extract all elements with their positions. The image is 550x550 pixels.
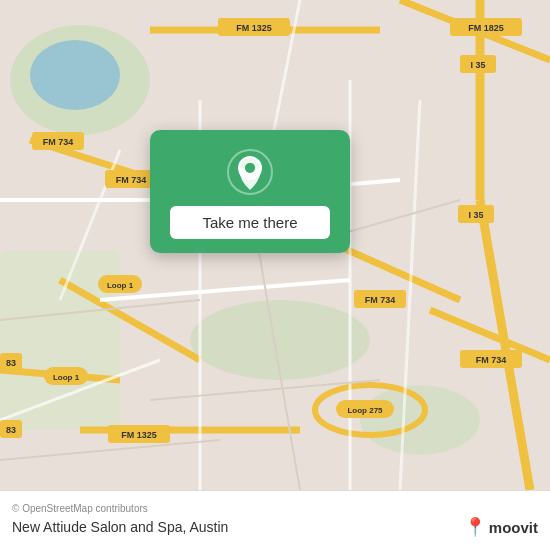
take-me-there-button[interactable]: Take me there	[170, 206, 330, 239]
svg-text:Loop 1: Loop 1	[53, 373, 80, 382]
svg-text:83: 83	[6, 425, 16, 435]
svg-text:83: 83	[6, 358, 16, 368]
svg-text:Loop 275: Loop 275	[347, 406, 383, 415]
location-pin-icon	[226, 148, 274, 196]
moovit-brand-text: moovit	[489, 519, 538, 536]
popup-card: Take me there	[150, 130, 350, 253]
svg-text:FM 734: FM 734	[476, 355, 507, 365]
moovit-logo: 📍 moovit	[464, 516, 538, 538]
svg-text:Loop 1: Loop 1	[107, 281, 134, 290]
svg-text:FM 734: FM 734	[43, 137, 74, 147]
svg-point-3	[190, 300, 370, 380]
map-container: FM 1325 FM 1825 I 35 FM 734 FM 734 I 35 …	[0, 0, 550, 490]
svg-text:FM 1825: FM 1825	[468, 23, 504, 33]
bottom-bar: © OpenStreetMap contributors New Attiude…	[0, 490, 550, 550]
svg-point-63	[245, 163, 255, 173]
location-label: New Attiude Salon and Spa, Austin	[12, 519, 228, 535]
svg-text:FM 734: FM 734	[116, 175, 147, 185]
svg-point-5	[30, 40, 120, 110]
svg-text:I 35: I 35	[468, 210, 483, 220]
svg-text:FM 1325: FM 1325	[236, 23, 272, 33]
svg-text:I 35: I 35	[470, 60, 485, 70]
svg-text:FM 1325: FM 1325	[121, 430, 157, 440]
map-attribution: © OpenStreetMap contributors	[12, 503, 538, 514]
svg-text:FM 734: FM 734	[365, 295, 396, 305]
moovit-pin-icon: 📍	[464, 516, 486, 538]
